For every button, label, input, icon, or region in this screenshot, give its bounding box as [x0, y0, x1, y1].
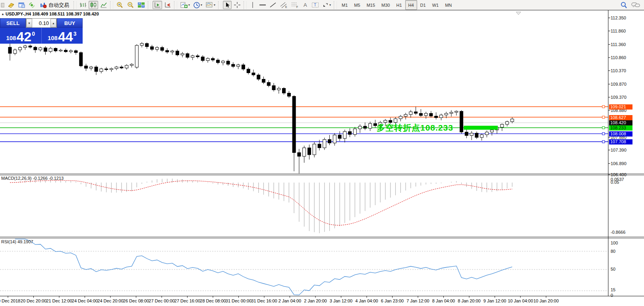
- toolbar-separator: [244, 1, 247, 9]
- cursor-tool-button[interactable]: [223, 1, 232, 9]
- templates-dropdown-caret[interactable]: ▾: [214, 3, 215, 7]
- time-axis-label: 21 Dec 12:00: [46, 298, 72, 303]
- list-icon: [0, 2, 4, 8]
- toolbar-separator: [110, 1, 113, 9]
- rsi-scale-label: 15: [611, 287, 615, 292]
- timeframe-button-M30[interactable]: M30: [378, 0, 393, 10]
- timeframe-button-H4[interactable]: H4: [405, 0, 417, 10]
- auto-trading-label: 自动交易: [48, 2, 69, 9]
- sell-price-sup: 0: [32, 31, 35, 37]
- time-axis-label: 8 Jan 20:00: [458, 298, 481, 303]
- timeframe-button-W1[interactable]: W1: [429, 0, 442, 10]
- crosshair-tool-button[interactable]: [232, 1, 242, 9]
- fibonacci-tool-button[interactable]: F: [290, 1, 300, 9]
- label-tool-button[interactable]: T: [310, 1, 320, 9]
- time-axis-label: 2 Jan 20:00: [304, 298, 327, 303]
- arrows-tool-button[interactable]: ▾: [321, 1, 332, 9]
- price-tag: 108.008: [609, 131, 632, 137]
- rsi-scale-label: 50: [611, 267, 615, 271]
- trendline-icon: [269, 2, 277, 8]
- timeframe-button-D1[interactable]: D1: [417, 0, 429, 10]
- search-icon[interactable]: [620, 2, 627, 9]
- sell-button[interactable]: SELL: [0, 18, 26, 28]
- time-axis-label: 24 Dec 04:00: [72, 298, 98, 303]
- auto-trading-button[interactable]: 自动交易: [37, 1, 72, 9]
- time-axis-label: 27 Dec 00:00: [149, 298, 174, 303]
- zoom-out-button[interactable]: [126, 1, 135, 9]
- toolbar-separator: [174, 1, 177, 9]
- volume-increase-button[interactable]: ▲: [50, 19, 56, 27]
- volume-decrease-button[interactable]: ▼: [26, 19, 32, 27]
- new-window-button[interactable]: [17, 1, 26, 9]
- candlestick-mode-button[interactable]: [89, 1, 98, 9]
- auto-scroll-button[interactable]: [153, 1, 162, 9]
- macd-mid-label: 0.05: [611, 180, 619, 185]
- channel-icon: E: [280, 2, 288, 8]
- time-axis-label: 28 Dec 08:00: [200, 298, 226, 303]
- time-axis-label: 2 Jan 04:00: [278, 298, 302, 303]
- buy-button[interactable]: BUY: [57, 18, 83, 28]
- text-tool-button[interactable]: A: [301, 1, 309, 9]
- line-chart-mode-button[interactable]: [99, 1, 108, 9]
- book-icon: [8, 2, 15, 8]
- zoom-in-button[interactable]: [115, 1, 125, 9]
- clock-icon: [193, 2, 200, 9]
- timeframe-button-M5[interactable]: M5: [351, 0, 363, 10]
- volume-input[interactable]: [32, 19, 50, 27]
- crosshair-icon: [234, 2, 241, 8]
- rsi-scale-label: 0: [611, 293, 613, 298]
- price-axis-label: 112.350: [611, 15, 626, 20]
- rsi-scale-label: 100: [611, 241, 618, 245]
- tile-windows-button[interactable]: [136, 1, 146, 9]
- one-click-trading-panel: SELL ▼ ▲ BUY 108 42 0 108 44 3: [0, 18, 83, 44]
- vertical-line-tool-button[interactable]: [248, 1, 257, 9]
- time-axis-label: 31 Dec 00:00: [226, 298, 251, 303]
- zoom-in-icon: [116, 2, 124, 9]
- buy-price-big: 44: [58, 31, 73, 42]
- rsi-indicator-label: RSI(14) 49.1907: [1, 239, 33, 244]
- time-axis-label: 31 Dec 16:00: [251, 298, 277, 303]
- cursor-icon: [224, 2, 230, 8]
- time-axis-label: 26 Dec 08:00: [123, 298, 149, 303]
- macd-min-label: -0.8666: [611, 230, 625, 235]
- indicators-dropdown-caret[interactable]: ▾: [188, 3, 190, 7]
- timeframe-button-MN[interactable]: MN: [442, 0, 455, 10]
- price-tag: 107.708: [609, 139, 632, 144]
- price-axis-label: 111.860: [611, 29, 626, 33]
- price-axis-label: 110.370: [611, 68, 626, 73]
- symbol-marker-icon: ▲: [1, 12, 4, 16]
- timeframe-button-M1[interactable]: M1: [338, 0, 351, 10]
- buy-price[interactable]: 108 44 3: [42, 28, 83, 44]
- price-tag: 108.627: [609, 115, 632, 120]
- chart-shift-button[interactable]: [163, 1, 172, 9]
- periods-button[interactable]: ▾: [192, 1, 203, 9]
- periods-dropdown-caret[interactable]: ▾: [201, 3, 202, 7]
- time-axis-label: 10 Jan 20:00: [534, 298, 559, 303]
- sell-price-big: 42: [16, 31, 31, 42]
- horizontal-line-tool-button[interactable]: [258, 1, 267, 9]
- price-axis-label: 110.860: [611, 55, 626, 60]
- chart-window: ▲ USDJPY-,H4 108.409 108.511 108.397 108…: [0, 10, 644, 306]
- svg-text:A: A: [304, 2, 307, 8]
- templates-button[interactable]: ▾: [204, 1, 217, 9]
- svg-text:F: F: [296, 6, 298, 8]
- chat-icon[interactable]: [631, 2, 640, 9]
- bar-chart-mode-button[interactable]: [78, 1, 88, 9]
- chart-canvas[interactable]: [0, 10, 644, 306]
- time-axis-label: 20 Dec 2018: [0, 298, 20, 303]
- add-indicator-icon: [180, 2, 188, 9]
- trendline-tool-button[interactable]: [268, 1, 278, 9]
- equidistant-channel-tool-button[interactable]: E: [278, 1, 289, 9]
- timeframe-button-M15[interactable]: M15: [364, 0, 378, 10]
- history-center-button[interactable]: [6, 1, 16, 9]
- arrows-dropdown-caret[interactable]: ▾: [329, 3, 331, 7]
- signals-button[interactable]: [27, 1, 37, 9]
- timeframe-button-H1[interactable]: H1: [393, 0, 405, 10]
- horizontal-line-icon: [259, 2, 266, 8]
- sell-price[interactable]: 108 42 0: [0, 28, 42, 44]
- toolbar-separator: [148, 1, 151, 9]
- time-axis-label: 6 Jan 23:00: [381, 298, 404, 303]
- clipped-icon[interactable]: [0, 1, 6, 9]
- indicators-button[interactable]: ▾: [179, 1, 191, 9]
- text-label-icon: T: [311, 2, 319, 8]
